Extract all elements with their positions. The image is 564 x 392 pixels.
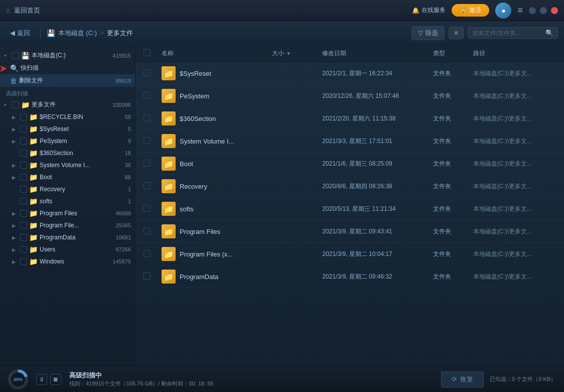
sidebar-list-item[interactable]: ▶📁Program Files46688 (0, 207, 135, 219)
sidebar-item-drive[interactable]: ▾ 💾 本地磁盘(C:) 419915 (0, 49, 135, 62)
expand-icon: ▶ (12, 223, 18, 228)
hamburger-icon[interactable]: ≡ (517, 5, 523, 16)
table-row[interactable]: 📁 Boot 2021/1/6, 星期三 08:25:09 文件夹 本地磁盘(C… (135, 153, 564, 175)
maximize-button[interactable] (540, 7, 547, 14)
search-input[interactable] (472, 30, 542, 37)
back-button[interactable]: ◀ 返回 (6, 27, 34, 40)
folder-icon-large: 📁 (162, 270, 176, 284)
sidebar-list-item[interactable]: ▶📁Users97266 (0, 243, 135, 255)
expand-icon: ▶ (12, 175, 18, 180)
item-checkbox[interactable] (20, 222, 27, 229)
close-button[interactable] (551, 7, 558, 14)
drive-checkbox[interactable] (12, 52, 19, 59)
item-checkbox[interactable] (20, 125, 27, 133)
delete-icon: 🗑 (10, 77, 17, 85)
folder-icon-large: 📁 (162, 66, 176, 80)
sidebar-list-item[interactable]: ▶📁$RECYCLE.BIN58 (0, 111, 135, 123)
sidebar-list-item[interactable]: ▶📁Windows145875 (0, 255, 135, 268)
row-checkbox[interactable] (144, 205, 151, 212)
pause-button[interactable]: ⏸ (36, 374, 47, 385)
folder-icon-large: 📁 (162, 157, 176, 171)
scan-controls: ⏸ ⏹ (36, 374, 61, 385)
row-checkbox[interactable] (144, 182, 151, 189)
item-checkbox[interactable] (20, 150, 27, 157)
table-row[interactable]: 📁 Program Files (x... 2021/3/9, 星期二 10:0… (135, 243, 564, 266)
sidebar-list-item[interactable]: ▶📁Boot88 (0, 171, 135, 183)
table-row[interactable]: 📁 Recovery 2020/8/6, 星期四 08:26:38 文件夹 本地… (135, 175, 564, 198)
expand-icon: ▶ (12, 114, 18, 120)
item-checkbox[interactable] (20, 113, 27, 120)
home-label[interactable]: 返回首页 (14, 6, 40, 15)
filter-icon: ▽ (418, 29, 423, 37)
item-checkbox[interactable] (20, 198, 27, 205)
more-files-folder-icon: 📁 (21, 101, 30, 109)
item-label: PeSystem (40, 138, 126, 145)
sort-icon[interactable]: ▼ (286, 51, 291, 56)
item-checkbox[interactable] (20, 162, 27, 169)
row-checkbox[interactable] (144, 92, 151, 99)
restore-button[interactable]: ⟳ 恢复 (441, 371, 484, 387)
folder-icon: 📁 (29, 161, 38, 169)
item-checkbox[interactable] (20, 174, 27, 181)
sidebar-list-item[interactable]: 📁$360Section18 (0, 147, 135, 159)
drive-label: 本地磁盘(C:) (32, 51, 110, 60)
sidebar-list-item[interactable]: ▶📁ProgramData10681 (0, 231, 135, 243)
avatar-icon: ● (501, 7, 505, 15)
row-checkbox[interactable] (144, 69, 151, 76)
item-checkbox[interactable] (20, 138, 27, 145)
sidebar-list-item[interactable]: ▶📁$SysReset5 (0, 123, 135, 135)
sidebar-item-more-files[interactable]: ▾ 📁 更多文件 330096 (0, 98, 135, 111)
item-checkbox[interactable] (20, 210, 27, 217)
filter-button[interactable]: ▽ 筛选 (411, 26, 445, 40)
item-checkbox[interactable] (20, 234, 27, 241)
view-menu-button[interactable]: ≡ (449, 27, 464, 39)
lock-icon: 🔒 (460, 7, 467, 14)
row-path: 本地磁盘(C:)\更多文... (473, 69, 556, 78)
table-row[interactable]: 📁 Program Files 2021/3/9, 星期二 09:43:41 文… (135, 220, 564, 243)
main-layout: ▾ 💾 本地磁盘(C:) 419915 🔍 快扫描 ➤ 🗑 删除文件 89819… (0, 45, 564, 366)
service-button[interactable]: 🔔 在线服务 (412, 6, 446, 15)
folder-icon: 📁 (29, 209, 38, 217)
sidebar-list-item[interactable]: 📁Recovery1 (0, 183, 135, 195)
item-label: $360Section (40, 150, 123, 157)
status-bar: 20% ⏸ ⏹ 高级扫描中 找到：419915个文件（105.76 GB）/ 剩… (0, 366, 564, 392)
row-date: 2021/3/9, 星期二 09:46:32 (322, 273, 433, 281)
activate-button[interactable]: 🔒 激活 (452, 4, 489, 17)
item-checkbox[interactable] (20, 258, 27, 265)
select-all-checkbox[interactable] (144, 49, 151, 56)
stop-button[interactable]: ⏹ (50, 374, 61, 385)
advanced-scan-label[interactable]: 高级扫描 (0, 87, 135, 98)
drive-count: 419915 (112, 53, 131, 59)
sidebar-item-quick-scan[interactable]: 🔍 快扫描 ➤ (0, 62, 135, 74)
folder-icon: 📁 (29, 185, 38, 193)
row-check (144, 273, 162, 281)
item-checkbox[interactable] (20, 186, 27, 193)
row-checkbox[interactable] (144, 137, 151, 144)
sidebar-list-item[interactable]: ▶📁System Volume I...36 (0, 159, 135, 171)
row-type: 文件夹 (433, 205, 473, 213)
sidebar-list-item[interactable]: ▶📁PeSystem9 (0, 135, 135, 147)
minimize-button[interactable] (529, 7, 536, 14)
table-row[interactable]: 📁 ProgramData 2021/3/9, 星期二 09:46:32 文件夹… (135, 266, 564, 288)
table-row[interactable]: 📁 PeSystem 2020/12/26, 星期六 15:07:46 文件夹 … (135, 85, 564, 107)
item-checkbox[interactable] (20, 246, 27, 253)
row-date: 2021/3/3, 星期三 17:51:01 (322, 137, 433, 146)
sidebar-list-item[interactable]: 📁softs1 (0, 195, 135, 207)
more-files-checkbox[interactable] (12, 101, 19, 108)
item-label: Program Files (40, 210, 113, 217)
sidebar-item-delete-files[interactable]: 🗑 删除文件 89819 (0, 74, 135, 87)
table-row[interactable]: 📁 System Volume I... 2021/3/3, 星期三 17:51… (135, 130, 564, 153)
row-checkbox[interactable] (144, 114, 151, 121)
table-row[interactable]: 📁 $SysReset 2021/2/1, 星期一 16:22:34 文件夹 本… (135, 62, 564, 85)
row-checkbox[interactable] (144, 273, 151, 280)
table-row[interactable]: 📁 softs 2020/5/13, 星期三 11:21:34 文件夹 本地磁盘… (135, 198, 564, 220)
table-row[interactable]: 📁 $360Section 2021/2/20, 星期六 11:15:38 文件… (135, 107, 564, 130)
breadcrumb-drive[interactable]: 本地磁盘 (C:) (58, 29, 97, 38)
folder-icon: 📁 (29, 197, 38, 205)
col-size-header: 大小 ▼ (272, 49, 322, 58)
row-path: 本地磁盘(C:)\更多文... (473, 227, 556, 236)
row-checkbox[interactable] (144, 227, 151, 234)
sidebar-list-item[interactable]: ▶📁Program File...29345 (0, 219, 135, 231)
row-checkbox[interactable] (144, 250, 151, 257)
row-checkbox[interactable] (144, 160, 151, 167)
